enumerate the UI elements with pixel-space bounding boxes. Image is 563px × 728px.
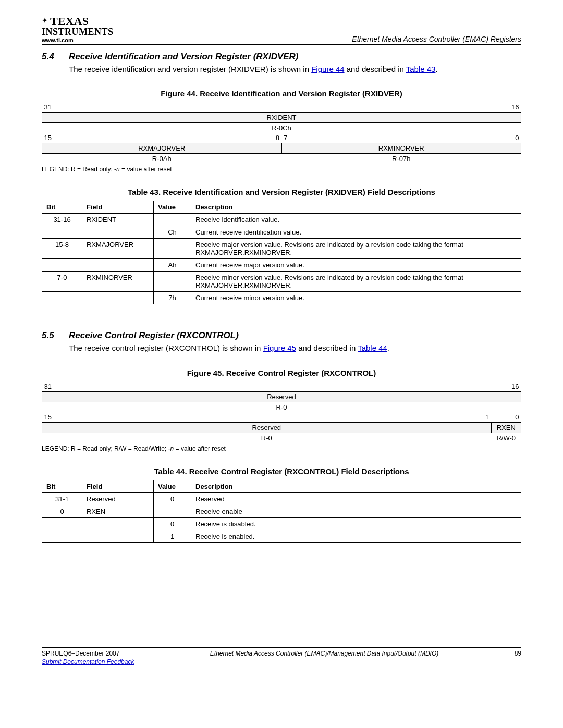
section-heading: Receive Control Register (RXCONTROL) xyxy=(69,330,239,341)
table-row: 31-1Reserved0Reserved xyxy=(42,492,521,505)
table-row: AhCurrent receive major version value. xyxy=(42,259,521,272)
figure-45-register: 31 16 Reserved R-0 15 1 0 Reserved RXEN … xyxy=(42,381,521,443)
link-figure-44[interactable]: Figure 44 xyxy=(311,65,344,73)
page-footer: SPRUEQ6–December 2007 Submit Documentati… xyxy=(42,647,521,665)
table-43: Bit Field Value Description 31-16RXIDENT… xyxy=(42,201,521,304)
table-44: Bit Field Value Description 31-1Reserved… xyxy=(42,480,521,543)
figure-44-register: 31 16 RXIDENT R-0Ch 15 8 7 0 RXMAJORVER … xyxy=(42,102,521,164)
link-figure-45[interactable]: Figure 45 xyxy=(263,343,296,352)
register-field: Reserved xyxy=(42,391,521,402)
table-43-title: Table 43. Receive Identification and Ver… xyxy=(42,188,521,196)
section-number: 5.5 xyxy=(42,330,69,341)
figure-44-legend: LEGEND: R = Read only; -n = value after … xyxy=(42,166,521,173)
logo-text-top: TEXAS xyxy=(50,15,89,28)
link-table-44[interactable]: Table 44 xyxy=(358,343,387,352)
section-5-5-title: 5.5 Receive Control Register (RXCONTROL) xyxy=(42,330,521,341)
table-row: ChCurrent receive identification value. xyxy=(42,226,521,239)
figure-45-title: Figure 45. Receive Control Register (RXC… xyxy=(42,368,521,377)
register-field: RXMAJORVER xyxy=(42,143,282,154)
table-row: 1Receive is enabled. xyxy=(42,530,521,542)
register-field: Reserved xyxy=(42,422,492,433)
table-row: 15-8RXMAJORVERReceive major version valu… xyxy=(42,239,521,259)
page-number: 89 xyxy=(515,650,521,657)
ti-logo: ✦ TEXAS INSTRUMENTS www.ti.com xyxy=(42,16,114,43)
chip-icon: ✦ xyxy=(42,16,48,24)
logo-url: www.ti.com xyxy=(42,38,114,43)
header-right: Ethernet Media Access Controller (EMAC) … xyxy=(352,35,521,43)
register-field: RXMINORVER xyxy=(282,143,521,154)
footer-title: Ethernet Media Access Controller (EMAC)/… xyxy=(210,650,438,657)
section-5-5-body: The receive control register (RXCONTROL)… xyxy=(69,343,521,353)
logo-text-bottom: INSTRUMENTS xyxy=(42,27,114,37)
table-row: 31-16RXIDENTReceive identification value… xyxy=(42,214,521,226)
table-44-title: Table 44. Receive Control Register (RXCO… xyxy=(42,467,521,476)
page-header: ✦ TEXAS INSTRUMENTS www.ti.com Ethernet … xyxy=(42,16,521,45)
table-row: 0RXENReceive enable xyxy=(42,505,521,517)
doc-number: SPRUEQ6–December 2007 xyxy=(42,650,119,657)
table-row: 7hCurrent receive minor version value. xyxy=(42,292,521,304)
figure-45-legend: LEGEND: R = Read only; R/W = Read/Write;… xyxy=(42,445,521,452)
link-table-43[interactable]: Table 43 xyxy=(406,65,436,73)
register-field: RXIDENT xyxy=(42,113,521,123)
table-row: 7-0RXMINORVERReceive minor version value… xyxy=(42,272,521,292)
link-feedback[interactable]: Submit Documentation Feedback xyxy=(42,658,134,665)
section-number: 5.4 xyxy=(42,52,69,62)
register-field: RXEN xyxy=(491,422,521,433)
section-5-4-title: 5.4 Receive Identification and Version R… xyxy=(42,52,521,62)
section-heading: Receive Identification and Version Regis… xyxy=(69,52,299,62)
figure-44-title: Figure 44. Receive Identification and Ve… xyxy=(42,89,521,98)
section-5-4-body: The receive identification and version r… xyxy=(69,64,521,75)
table-row: 0Receive is disabled. xyxy=(42,517,521,530)
